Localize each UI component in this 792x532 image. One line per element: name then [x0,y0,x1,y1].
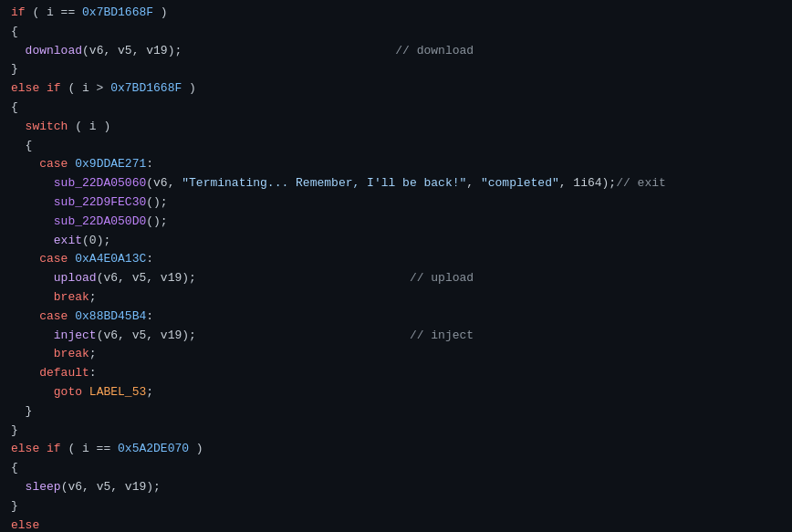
code-line: switch ( i ) [0,118,792,137]
code-line: { [0,23,792,42]
code-line: break; [0,345,792,364]
code-line: case 0xA4E0A13C: [0,250,792,269]
code-line: inject(v6, v5, v19); // inject [0,327,792,346]
code-line: } [0,60,792,79]
code-line: } [0,422,792,441]
code-line: sub_22DA050D0(); [0,213,792,232]
code-line: { [0,137,792,156]
code-line: else [0,516,792,532]
code-line: case 0x9DDAE271: [0,155,792,174]
code-line: sleep(v6, v5, v19); [0,478,792,497]
code-line: upload(v6, v5, v19); // upload [0,269,792,288]
code-line: case 0x88BD45B4: [0,308,792,327]
code-line: goto LABEL_53; [0,383,792,402]
code-line: else if ( i > 0x7BD1668F ) [0,79,792,99]
code-line: { [0,459,792,478]
code-line: break; [0,288,792,308]
code-line: } [0,497,792,516]
code-editor: if ( i == 0x7BD1668F ){ download(v6, v5,… [0,0,792,532]
code-line: exit(0); [0,232,792,251]
code-line: download(v6, v5, v19); // download [0,42,792,61]
code-line: else if ( i == 0x5A2DE070 ) [0,440,792,459]
code-line: sub_22DA05060(v6, "Terminating... Rememb… [0,174,792,193]
code-line: default: [0,364,792,383]
code-line: } [0,402,792,422]
code-line: if ( i == 0x7BD1668F ) [0,4,792,23]
code-line: sub_22D9FEC30(); [0,193,792,213]
code-line: { [0,99,792,118]
